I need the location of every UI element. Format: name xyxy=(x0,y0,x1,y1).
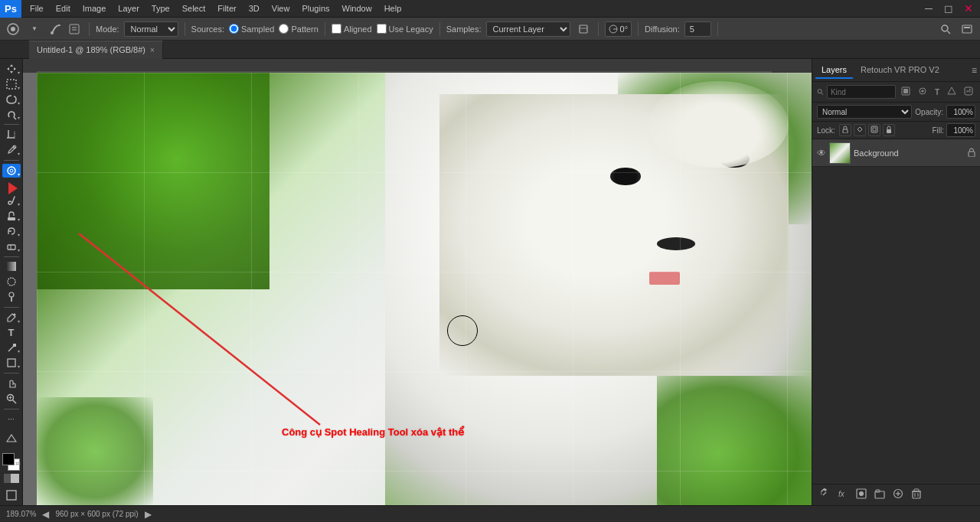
transform-tool-button[interactable] xyxy=(2,430,21,449)
status-prev-button[interactable]: ◀ xyxy=(42,509,49,520)
status-next-button[interactable]: ▶ xyxy=(145,509,152,520)
menu-edit[interactable]: Edit xyxy=(51,2,76,15)
filter-pixel-button[interactable] xyxy=(899,86,913,98)
mode-select[interactable]: NormalReplace xyxy=(124,21,178,37)
menu-3d[interactable]: 3D xyxy=(243,2,265,15)
svg-line-44 xyxy=(822,93,824,95)
document-tab[interactable]: Untitled-1 @ 189% (RGB/8#) × xyxy=(29,41,163,59)
menu-view[interactable]: View xyxy=(266,2,296,15)
menu-filter[interactable]: Filter xyxy=(212,2,241,15)
svg-text:fx: fx xyxy=(838,490,845,498)
mode-label: Mode: xyxy=(96,24,119,34)
diffusion-input[interactable] xyxy=(684,21,711,37)
minimize-button[interactable]: ─ xyxy=(920,0,937,17)
move-tool-button[interactable]: ▾ xyxy=(2,62,21,76)
layer-item[interactable]: 👁 Background xyxy=(812,139,980,167)
gradient-tool-button[interactable] xyxy=(2,260,21,274)
svg-rect-12 xyxy=(962,25,972,33)
delete-layer-button[interactable] xyxy=(909,488,924,502)
opacity-input[interactable] xyxy=(946,105,975,119)
quick-select-button[interactable]: ▾ xyxy=(2,108,21,122)
layers-tab[interactable]: Layers xyxy=(815,62,853,79)
canvas-viewport[interactable]: Công cụ Spot Healing Tool xóa vật thể xyxy=(37,73,812,505)
use-legacy-checkbox[interactable]: Use Legacy xyxy=(377,24,433,34)
toggle-brush-panel[interactable] xyxy=(66,21,83,38)
panel-tabs: Layers Retouch VR PRO V2 ≡ xyxy=(812,59,980,82)
close-tab-button[interactable]: × xyxy=(150,46,155,54)
workspace-icon[interactable] xyxy=(959,21,975,38)
main-layout: ▾ ▾ ▾ ▾ ▾ ▾ xyxy=(0,59,980,505)
svg-rect-25 xyxy=(8,245,15,250)
svg-rect-51 xyxy=(871,126,877,132)
layer-visibility-icon[interactable]: 👁 xyxy=(817,148,826,158)
sampled-radio[interactable]: Sampled xyxy=(229,24,274,34)
dodge-tool-button[interactable] xyxy=(2,290,21,304)
layers-search-input[interactable] xyxy=(827,85,896,99)
horizontal-ruler: // Not valid in SVG, ticks will be done … xyxy=(37,59,812,73)
filter-shape-button[interactable] xyxy=(945,86,959,98)
pen-tool-button[interactable]: ▾ xyxy=(2,311,21,325)
add-mask-button[interactable] xyxy=(854,488,869,502)
menu-window[interactable]: Window xyxy=(337,2,377,15)
healing-brush-button[interactable]: ▾ xyxy=(2,164,21,178)
svg-rect-65 xyxy=(914,489,919,491)
lock-pixels-button[interactable] xyxy=(839,124,851,136)
sample-all-layers-toggle[interactable] xyxy=(575,21,592,38)
link-layers-button[interactable] xyxy=(817,488,832,502)
tool-preset-icon[interactable] xyxy=(5,21,21,38)
aligned-checkbox[interactable]: Aligned xyxy=(332,24,372,34)
add-fx-button[interactable]: fx xyxy=(835,488,851,502)
menu-help[interactable]: Help xyxy=(379,2,407,15)
filter-adjustment-button[interactable] xyxy=(916,86,929,98)
menu-image[interactable]: Image xyxy=(77,2,112,15)
menu-file[interactable]: File xyxy=(24,2,49,15)
retouch-tab[interactable]: Retouch VR PRO V2 xyxy=(854,62,946,79)
history-brush-button[interactable]: ▾ xyxy=(2,224,21,238)
hand-tool-button[interactable] xyxy=(2,377,21,390)
samples-select[interactable]: Current LayerAll Layers xyxy=(486,21,570,37)
new-group-button[interactable] xyxy=(872,488,887,502)
pattern-radio[interactable]: Pattern xyxy=(279,24,318,34)
quick-mask-button[interactable] xyxy=(2,471,21,485)
lock-position-button[interactable] xyxy=(854,124,866,136)
separator xyxy=(325,22,325,36)
crop-tool-button[interactable] xyxy=(2,128,21,142)
clone-stamp-button[interactable]: ▾ xyxy=(2,209,21,223)
panel-arrange-icon[interactable]: ≡ xyxy=(972,65,977,76)
restore-button[interactable]: ◻ xyxy=(940,0,957,17)
foreground-color-swatch[interactable] xyxy=(2,453,15,465)
zoom-tool-button[interactable] xyxy=(2,392,21,406)
path-select-button[interactable]: ▾ xyxy=(2,341,21,355)
foreground-background-colors[interactable]: ⇄ xyxy=(2,453,21,467)
layer-thumbnail xyxy=(829,142,851,164)
diffusion-label: Diffusion: xyxy=(645,24,680,34)
eraser-tool-button[interactable]: ▾ xyxy=(2,240,21,253)
close-button[interactable]: ✕ xyxy=(960,0,977,17)
search-icon[interactable] xyxy=(937,21,954,38)
menu-select[interactable]: Select xyxy=(177,2,211,15)
select-tool-button[interactable]: ▾ xyxy=(2,77,21,91)
brush-tool-button[interactable]: ▾ xyxy=(2,194,21,207)
lock-all-button[interactable] xyxy=(883,124,895,136)
menu-type[interactable]: Type xyxy=(146,2,175,15)
menu-layer[interactable]: Layer xyxy=(113,2,145,15)
new-adjustment-button[interactable] xyxy=(890,488,906,502)
tool-divider xyxy=(4,124,19,125)
type-tool-button[interactable]: T xyxy=(2,326,21,340)
canvas-area[interactable]: // Not valid in SVG, ticks will be done … xyxy=(23,59,812,505)
filter-type-button[interactable]: T xyxy=(933,87,942,97)
more-tools-button[interactable]: ··· xyxy=(2,413,21,426)
lasso-tool-button[interactable]: ▾ xyxy=(2,93,21,106)
blend-mode-select[interactable]: NormalMultiplyScreen xyxy=(817,105,912,119)
brush-options-icon[interactable] xyxy=(47,21,64,38)
filter-smart-button[interactable] xyxy=(962,86,975,98)
blur-tool-button[interactable] xyxy=(2,275,21,289)
tool-preset-arrow[interactable]: ▼ xyxy=(26,21,43,38)
svg-marker-23 xyxy=(8,182,18,194)
menu-plugins[interactable]: Plugins xyxy=(296,2,335,15)
fill-input[interactable] xyxy=(946,123,975,137)
eyedropper-tool-button[interactable]: ▾ xyxy=(2,143,21,157)
shape-tool-button[interactable]: ▾ xyxy=(2,356,21,370)
screen-mode-button[interactable] xyxy=(2,488,21,502)
lock-artboards-button[interactable] xyxy=(868,124,880,136)
